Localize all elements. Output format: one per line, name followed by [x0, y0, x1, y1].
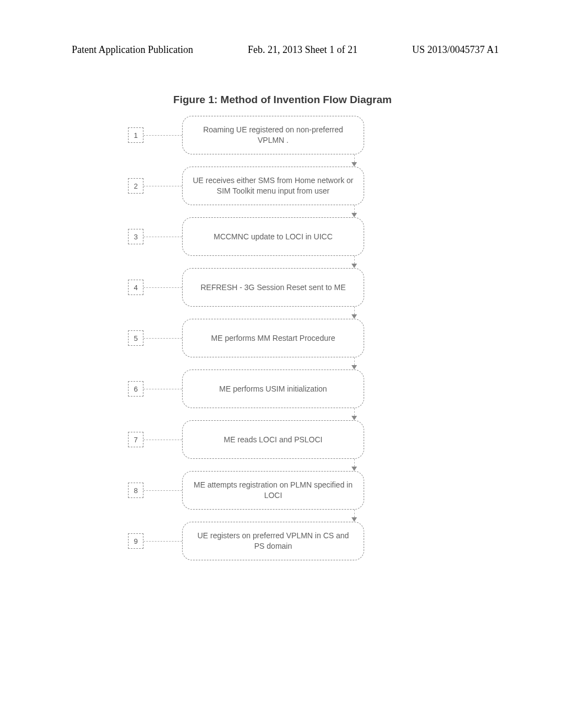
flow-step: 8 ME attempts registration on PLMN speci… — [128, 471, 437, 510]
step-number: 8 — [128, 483, 143, 498]
page-header: Patent Application Publication Feb. 21, … — [0, 44, 565, 56]
arrow-down-icon — [128, 205, 437, 217]
step-box: UE receives either SMS from Home network… — [182, 167, 364, 205]
step-box: REFRESH - 3G Session Reset sent to ME — [182, 268, 364, 307]
arrow-down-icon — [128, 256, 437, 268]
step-number: 1 — [128, 127, 143, 143]
flow-step: 7 ME reads LOCI and PSLOCI — [128, 420, 437, 459]
flow-step: 3 MCCMNC update to LOCI in UICC — [128, 217, 437, 256]
arrow-down-icon — [128, 357, 437, 370]
step-number: 3 — [128, 229, 143, 244]
arrow-down-icon — [128, 154, 437, 167]
flow-step: 2 UE receives either SMS from Home netwo… — [128, 167, 437, 205]
step-box: ME reads LOCI and PSLOCI — [182, 420, 364, 459]
step-number: 5 — [128, 330, 143, 346]
connector-horizontal — [143, 287, 182, 288]
connector-horizontal — [143, 338, 182, 339]
step-box: Roaming UE registered on non-preferred V… — [182, 116, 364, 154]
flow-step: 9 UE registers on preferred VPLMN in CS … — [128, 522, 437, 560]
figure-title: Figure 1: Method of Invention Flow Diagr… — [0, 94, 565, 106]
header-left: Patent Application Publication — [72, 44, 193, 56]
arrow-down-icon — [128, 510, 437, 522]
step-box: ME attempts registration on PLMN specifi… — [182, 471, 364, 510]
step-number: 6 — [128, 381, 143, 397]
step-box: MCCMNC update to LOCI in UICC — [182, 217, 364, 256]
step-box: UE registers on preferred VPLMN in CS an… — [182, 522, 364, 560]
step-box: ME performs USIM initialization — [182, 370, 364, 408]
connector-horizontal — [143, 490, 182, 491]
flow-step: 5 ME performs MM Restart Procedure — [128, 319, 437, 357]
step-box: ME performs MM Restart Procedure — [182, 319, 364, 357]
arrow-down-icon — [128, 459, 437, 471]
header-right: US 2013/0045737 A1 — [412, 44, 499, 56]
connector-horizontal — [143, 135, 182, 136]
connector-horizontal — [143, 237, 182, 237]
header-middle: Feb. 21, 2013 Sheet 1 of 21 — [248, 44, 358, 56]
arrow-down-icon — [128, 307, 437, 319]
flow-step: 1 Roaming UE registered on non-preferred… — [128, 116, 437, 154]
arrow-down-icon — [128, 408, 437, 420]
flow-diagram: 1 Roaming UE registered on non-preferred… — [0, 116, 565, 560]
flow-step: 4 REFRESH - 3G Session Reset sent to ME — [128, 268, 437, 307]
connector-horizontal — [143, 541, 182, 542]
step-number: 7 — [128, 432, 143, 447]
step-number: 9 — [128, 533, 143, 549]
connector-horizontal — [143, 389, 182, 389]
step-number: 4 — [128, 280, 143, 295]
connector-horizontal — [143, 440, 182, 440]
connector-horizontal — [143, 186, 182, 186]
flow-step: 6 ME performs USIM initialization — [128, 370, 437, 408]
step-number: 2 — [128, 178, 143, 194]
